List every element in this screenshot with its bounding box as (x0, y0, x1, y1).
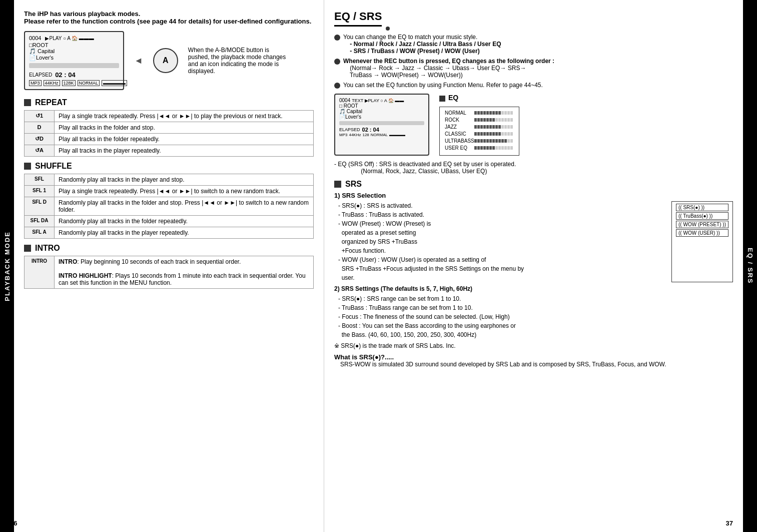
bar-segment (474, 111, 477, 115)
bar-segment (483, 125, 486, 129)
arrow-icon: ◄ (134, 56, 143, 66)
srs-options-box: (( SRS(●) ))(( TruBass(●) ))(( WOW (PRES… (671, 201, 733, 282)
repeat-desc: Play all tracks in the folder and stop. (55, 122, 314, 134)
bar-segment (474, 139, 477, 143)
bar-segment (489, 118, 492, 122)
player-format: MP3 (29, 80, 42, 86)
table-row: SFL DARandomly play all tracks in the fo… (25, 216, 314, 227)
bar-segment (477, 139, 480, 143)
eq-bar-row: CLASSIC (445, 131, 514, 137)
bar-segment (492, 146, 495, 150)
shuffle-table: SFLRandomly play all tracks in the playe… (24, 174, 314, 239)
eq-bar-label: ULTRABASS (445, 138, 472, 144)
bar-segment (510, 118, 513, 122)
bar-segment (504, 139, 507, 143)
shuffle-title: SHUFFLE (35, 162, 72, 171)
bar-segment (504, 111, 507, 115)
srs-option: (( WOW (USER) )) (676, 229, 728, 237)
shuffle-icon: SFL DA (25, 216, 55, 227)
player-meta: MP3 44KHz 128K NORMAL ▬▬▬▬▬ (29, 80, 119, 86)
srs-option: (( SRS(●) )) (676, 204, 728, 211)
player-file: 📄Lover's (29, 55, 119, 61)
bar-dots (474, 146, 513, 150)
bar-segment (507, 132, 510, 136)
eq-player-elapsed-row: ELAPSED 02 : 04 (339, 127, 424, 133)
bar-segment (492, 118, 495, 122)
bar-segment (492, 132, 495, 136)
bar-segment (510, 125, 513, 129)
bar-segment (483, 146, 486, 150)
bar-segment (501, 146, 504, 150)
eq-fmt: MP3 (339, 133, 347, 137)
bar-segment (495, 111, 498, 115)
bar-segment (483, 139, 486, 143)
eq-bars-panel: NORMALROCKJAZZCLASSICULTRABASSUSER EQ (439, 107, 519, 156)
bar-segment (486, 111, 489, 115)
player-device: 0004 ▶PLAY ○ A 🏠 ▬▬▬ □ROOT 🎵 Capital 📄Lo… (24, 31, 124, 90)
bar-segment (489, 111, 492, 115)
eq-title-square-icon (439, 96, 445, 102)
bar-segment (486, 118, 489, 122)
table-row: ↺DPlay all tracks in the folder repeated… (25, 134, 314, 145)
bullet-text-1: You can change the EQ to match your musi… (343, 34, 733, 55)
bullet-item-3: You can set the EQ function by using Fun… (334, 82, 733, 89)
what-is-srs-desc: SRS-WOW is simulated 3D surround sound d… (340, 361, 733, 368)
srs-sub2-bold: 2) SRS Settings (334, 285, 379, 292)
title-dot-icon (386, 27, 390, 31)
eq-title-label: EQ (448, 94, 458, 102)
eq-bar-row: JAZZ (445, 124, 514, 130)
intro-play-text: : Play beginning 10 seconds of each trac… (77, 258, 241, 265)
bar-segment (492, 125, 495, 129)
bar-segment (510, 111, 513, 115)
bar-segment (483, 132, 486, 136)
bar-segment (501, 118, 504, 122)
player-icons-row: ▶PLAY ○ A 🏠 ▬▬▬ (45, 36, 94, 41)
player-folder: □ROOT (29, 42, 119, 48)
player-quality: 128K (62, 80, 76, 86)
table-row: SFL ARandomly play all tracks in the pla… (25, 227, 314, 239)
what-is-srs: What is SRS(●)?..... SRS-WOW is simulate… (334, 353, 733, 368)
repeat-desc: Play all tracks in the folder repeatedly… (55, 134, 314, 145)
bar-segment (489, 125, 492, 129)
bar-segment (489, 146, 492, 150)
player-elapsed: ELAPSED 02 : 04 (29, 71, 119, 79)
eq-bitrate: 44KHz (349, 133, 361, 137)
right-sidebar-label: EQ / SRS (746, 248, 754, 284)
intro-icon-cell: INTRO (25, 256, 55, 289)
srs-option: (( WOW (PRESET) )) (676, 221, 728, 228)
srs-item-1: - SRS(●) : SRS is activated. (338, 201, 661, 210)
eq-elapsed-label: ELAPSED (339, 127, 360, 132)
bar-segment (483, 111, 486, 115)
bar-segment (504, 125, 507, 129)
eq-bar-row: NORMAL (445, 110, 514, 116)
eq-diagram-section: 0004 TEXT ▶PLAY ○ A 🏠 ▬▬ □ ROOT 🎵 Capita… (334, 94, 733, 156)
left-panel: The iHP has various playback modes. Plea… (14, 0, 324, 532)
eq-player-subfolder: 🎵 Capital (339, 109, 424, 114)
eq-bar-label: ROCK (445, 117, 472, 123)
shuffle-desc: Play a single track repeatedly. Press |◄… (55, 186, 314, 197)
player-track-row: 0004 ▶PLAY ○ A 🏠 ▬▬▬ (29, 35, 119, 41)
srs-item-4: - WOW (User) : WOW (User) is operated as… (338, 255, 661, 282)
eq-bar-row: ROCK (445, 117, 514, 123)
bar-segment (501, 139, 504, 143)
bar-segment (489, 139, 492, 143)
player-time: 02 : 04 (55, 71, 75, 79)
bar-segment (477, 111, 480, 115)
repeat-icon: D (25, 122, 55, 134)
bar-segment (495, 139, 498, 143)
bar-segment (498, 125, 501, 129)
bar-segment (501, 125, 504, 129)
bar-segment (477, 125, 480, 129)
eq-mode: NORMAL (371, 133, 388, 137)
bar-segment (498, 111, 501, 115)
intro-highlight-label: INTRO HIGHLIGHT (59, 272, 112, 279)
page-number-right: 37 (726, 519, 733, 527)
bar-dots (474, 132, 513, 136)
repeat-desc: Play all tracks in the player repeatedly… (55, 145, 314, 157)
left-sidebar-label: PLAYBACK MODE (4, 231, 11, 301)
repeat-header: REPEAT (24, 98, 314, 107)
player-section: 0004 ▶PLAY ○ A 🏠 ▬▬▬ □ROOT 🎵 Capital 📄Lo… (24, 31, 314, 90)
bar-segment (507, 118, 510, 122)
eq-player-folder: □ ROOT (339, 103, 424, 109)
elapsed-label: ELAPSED (29, 72, 52, 78)
